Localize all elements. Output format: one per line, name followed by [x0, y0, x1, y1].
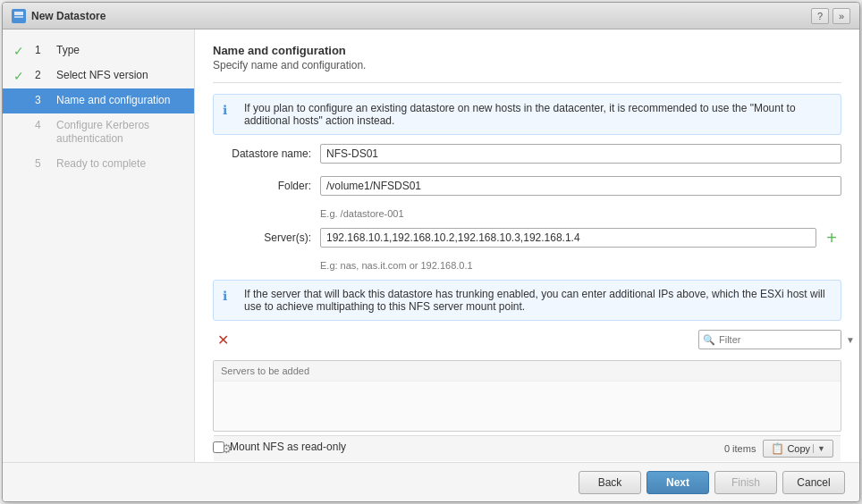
section-subtitle: Specify name and configuration. — [213, 59, 841, 71]
section-header: Name and configuration Specify name and … — [213, 44, 841, 71]
svg-rect-0 — [14, 12, 23, 15]
dialog-body: ✓ 1 Type ✓ 2 Select NFS version 3 Name a… — [3, 29, 859, 462]
help-button[interactable]: ? — [811, 8, 829, 24]
dialog-title: New Datastore — [12, 9, 106, 23]
step2-check-icon: ✓ — [13, 69, 30, 83]
info-box-2: ℹ If the server that will back this data… — [213, 280, 841, 321]
servers-input[interactable] — [320, 228, 816, 248]
info-icon-2: ℹ — [223, 289, 237, 303]
servers-table-body — [214, 382, 841, 435]
step4-label: Configure Kerberos authentication — [56, 119, 183, 147]
step3-label: Name and configuration — [56, 94, 170, 108]
folder-label: Folder: — [213, 180, 311, 192]
delete-server-button[interactable]: ✕ — [213, 330, 232, 349]
dialog-titlebar: New Datastore ? » — [3, 3, 859, 29]
step2-number: 2 — [35, 69, 51, 81]
datastore-name-input[interactable] — [320, 144, 841, 164]
mount-readonly-row: Mount NFS as read-only — [213, 441, 841, 453]
folder-input[interactable] — [320, 176, 841, 196]
servers-input-row: + — [320, 228, 841, 248]
divider-top — [213, 82, 841, 83]
servers-label: Server(s): — [213, 231, 311, 244]
step5-label: Ready to complete — [56, 157, 146, 172]
sidebar-item-kerberos: 4 Configure Kerberos authentication — [3, 113, 194, 152]
servers-row: Server(s): + — [213, 228, 841, 248]
sidebar: ✓ 1 Type ✓ 2 Select NFS version 3 Name a… — [3, 29, 195, 462]
svg-rect-1 — [14, 16, 23, 18]
mount-readonly-checkbox[interactable] — [213, 441, 224, 453]
info-text-1: If you plan to configure an existing dat… — [244, 102, 832, 127]
main-content: Name and configuration Specify name and … — [195, 29, 859, 462]
filter-dropdown-icon[interactable]: ▼ — [846, 335, 855, 345]
dialog-title-icon — [12, 9, 26, 23]
info-box-1: ℹ If you plan to configure an existing d… — [213, 94, 841, 135]
folder-row: Folder: — [213, 176, 841, 196]
add-server-button[interactable]: + — [822, 228, 841, 248]
back-button[interactable]: Back — [579, 471, 641, 494]
step4-number: 4 — [35, 119, 51, 131]
servers-table-header: Servers to be added — [214, 361, 841, 382]
sidebar-item-type[interactable]: ✓ 1 Type — [3, 38, 194, 63]
servers-hint: E.g: nas, nas.it.com or 192.168.0.1 — [320, 260, 841, 271]
servers-table: Servers to be added ⚙ 0 items 📋 Copy ▼ — [213, 360, 841, 432]
cancel-button[interactable]: Cancel — [782, 471, 845, 494]
sidebar-item-select-nfs[interactable]: ✓ 2 Select NFS version — [3, 63, 194, 88]
filter-input[interactable] — [719, 334, 842, 345]
filter-search-icon: 🔍 — [703, 334, 715, 346]
step1-check-icon: ✓ — [13, 44, 30, 58]
section-title: Name and configuration — [213, 44, 841, 57]
step5-number: 5 — [35, 157, 51, 170]
step3-number: 3 — [35, 94, 51, 106]
sidebar-item-name-config[interactable]: 3 Name and configuration — [3, 88, 194, 113]
filter-box[interactable]: 🔍 ▼ — [698, 330, 841, 349]
dialog-title-controls: ? » — [811, 8, 850, 24]
sidebar-item-ready: 5 Ready to complete — [3, 152, 194, 177]
servers-toolbar: ✕ 🔍 ▼ — [213, 330, 841, 349]
info-text-2: If the server that will back this datast… — [244, 288, 832, 313]
next-button[interactable]: Next — [646, 471, 709, 494]
datastore-name-row: Datastore name: — [213, 144, 841, 164]
step1-number: 1 — [35, 44, 51, 56]
mount-readonly-label[interactable]: Mount NFS as read-only — [230, 441, 346, 453]
info-icon-1: ℹ — [223, 103, 237, 117]
step2-label: Select NFS version — [56, 69, 148, 83]
step1-label: Type — [56, 44, 80, 58]
new-datastore-dialog: New Datastore ? » ✓ 1 Type ✓ 2 Select NF… — [2, 2, 860, 502]
folder-hint: E.g. /datastore-001 — [320, 208, 841, 219]
datastore-name-label: Datastore name: — [213, 147, 311, 160]
expand-button[interactable]: » — [832, 8, 850, 24]
finish-button[interactable]: Finish — [714, 471, 777, 494]
dialog-footer: Back Next Finish Cancel — [3, 462, 859, 501]
